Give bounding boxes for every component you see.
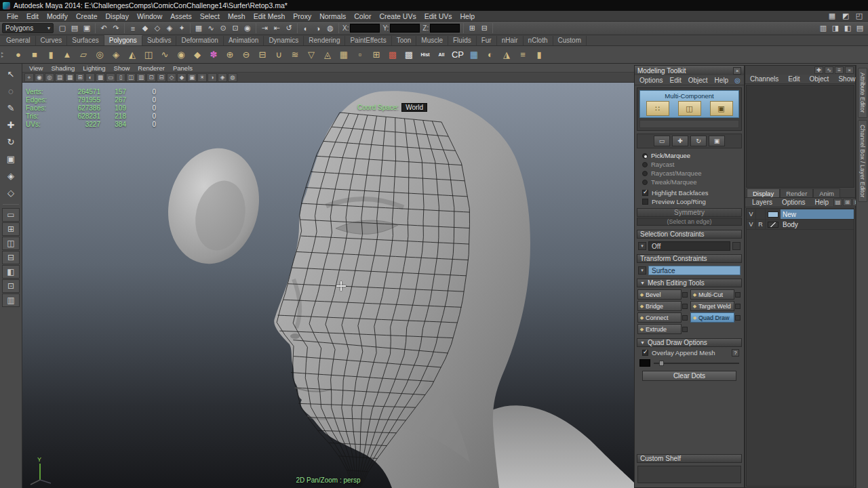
extract-icon[interactable]: ⊟: [255, 47, 270, 62]
shelf-tab-ncloth[interactable]: nCloth: [524, 36, 553, 45]
image-plane-icon[interactable]: ▦: [65, 73, 75, 82]
mirror-geometry-icon[interactable]: ◐: [483, 47, 498, 62]
menu-mesh[interactable]: Mesh: [224, 12, 250, 20]
selection-constraint-options-icon[interactable]: [732, 242, 741, 250]
output-connections-icon[interactable]: ⇤: [271, 22, 283, 34]
xray-icon[interactable]: ◈: [218, 73, 227, 82]
poly-barrel-icon[interactable]: ▮: [532, 47, 547, 62]
poly-sphere-icon[interactable]: ●: [11, 47, 26, 62]
toolkit-menu-options[interactable]: Options: [636, 77, 666, 84]
three-pane-top-split-layout-icon[interactable]: ⊡: [2, 279, 20, 293]
connect-button[interactable]: ◆Connect: [637, 312, 682, 323]
menu-display[interactable]: Display: [101, 12, 132, 20]
shelf-tab-deformation[interactable]: Deformation: [176, 36, 223, 45]
multi-cut-options-icon[interactable]: [735, 292, 741, 298]
select-camera-icon[interactable]: ⌖: [24, 73, 34, 82]
help-icon[interactable]: ?: [732, 349, 739, 357]
highlight-selection-icon[interactable]: ✦: [176, 22, 188, 34]
poly-cube-icon[interactable]: ■: [27, 47, 42, 62]
selection-mode-tweak-marquee[interactable]: Tweak/Marquee: [637, 178, 742, 186]
face-component-icon[interactable]: ▣: [710, 101, 733, 116]
selection-mode-raycast-marquee[interactable]: Raycast/Marquee: [637, 169, 742, 178]
shelf-tab-fluids[interactable]: Fluids: [448, 36, 477, 45]
layer-row-body[interactable]: VRBody: [747, 220, 854, 230]
cp-icon[interactable]: CP: [450, 47, 465, 62]
ipr-render-icon[interactable]: ◑: [312, 22, 324, 34]
menu-proxy[interactable]: Proxy: [289, 12, 315, 20]
option-overlay-append-mesh[interactable]: Overlay Append Mesh ?: [637, 348, 742, 357]
shelf-menu-icon[interactable]: ▸▸: [1, 52, 8, 58]
poly-helix-icon[interactable]: ∿: [157, 47, 172, 62]
symmetry-button[interactable]: Symmetry: [637, 208, 742, 217]
menu-assets[interactable]: Assets: [166, 12, 196, 20]
two-pane-stacked-layout-icon[interactable]: ⊟: [2, 251, 20, 264]
redo-icon[interactable]: ↷: [110, 22, 122, 34]
workspace-icon[interactable]: ◰: [853, 10, 865, 22]
all-icon[interactable]: All: [434, 47, 449, 62]
lock-selection-icon[interactable]: ◈: [163, 22, 176, 34]
section-quad-draw-options[interactable]: ▼ Quad Draw Options: [637, 338, 742, 347]
shelf-tab-surfaces[interactable]: Surfaces: [67, 36, 104, 45]
clear-dots-button[interactable]: Clear Dots: [642, 371, 736, 381]
platonic-solid-icon[interactable]: ◆: [190, 47, 205, 62]
viewport-menu-view[interactable]: View: [25, 64, 47, 72]
scale-mode-icon[interactable]: ▣: [709, 136, 725, 146]
poly-cone-icon[interactable]: ▲: [60, 47, 75, 62]
checker-map-icon[interactable]: ▩: [385, 47, 400, 62]
select-tool-icon[interactable]: ↖: [2, 66, 20, 83]
section-mesh-editing-tools[interactable]: ▼ Mesh Editing Tools: [637, 279, 742, 287]
shelf-tab-dynamics[interactable]: Dynamics: [264, 36, 304, 45]
single-pane-layout-icon[interactable]: ▭: [2, 208, 20, 222]
shelf-tab-polygons[interactable]: Polygons: [104, 35, 142, 45]
snap-point-icon[interactable]: ⊙: [217, 22, 229, 34]
poly-soccer-ball-icon[interactable]: ◉: [174, 47, 189, 62]
show-hotbox-icon[interactable]: ▦: [826, 10, 838, 22]
fill-hole-icon[interactable]: ▫: [353, 47, 368, 62]
snap-grid-icon[interactable]: ▦: [193, 22, 205, 34]
paint-select-tool-icon[interactable]: ✎: [2, 100, 20, 117]
select-object-icon[interactable]: ◆: [139, 22, 151, 34]
toolkit-menu-object[interactable]: Object: [685, 77, 711, 84]
power-toggle-icon[interactable]: ◎: [734, 77, 741, 84]
section-custom-shelf[interactable]: Custom Shelf: [637, 454, 742, 463]
layer-tab-anim[interactable]: Anim: [813, 188, 840, 197]
channel-list-area[interactable]: [746, 85, 854, 188]
overlay-color-swatch[interactable]: [639, 359, 650, 367]
layer-visibility-toggle[interactable]: V: [747, 220, 756, 229]
close-icon[interactable]: ×: [733, 67, 741, 75]
bridge-options-icon[interactable]: [682, 304, 688, 309]
absolute-transform-icon[interactable]: ⊞: [466, 22, 478, 34]
universal-manipulator-icon[interactable]: ◈: [2, 167, 20, 184]
layer-renderable-toggle[interactable]: [756, 209, 766, 219]
separate-icon[interactable]: ⊖: [239, 47, 254, 62]
bevel-button[interactable]: ◆Bevel: [637, 289, 682, 300]
menu-color[interactable]: Color: [350, 12, 375, 20]
option-highlight-backfaces[interactable]: Highlight Backfaces: [637, 188, 742, 197]
poly-pyramid-icon[interactable]: ◭: [125, 47, 140, 62]
open-scene-icon[interactable]: ▤: [68, 22, 81, 34]
wireframe-mode-icon[interactable]: ◇: [167, 73, 176, 82]
resolution-gate-icon[interactable]: ▯: [116, 73, 125, 82]
shelf-tab-animation[interactable]: Animation: [224, 36, 264, 45]
viewport-menu-lighting[interactable]: Lighting: [79, 64, 109, 72]
viewport-panel[interactable]: ViewShadingLightingShowRendererPanels ⌖◉…: [22, 64, 634, 488]
selection-constraint-expand-icon[interactable]: ▾: [638, 242, 646, 250]
channel-box-toggle-icon[interactable]: ▤: [854, 22, 866, 34]
make-live-icon[interactable]: ◉: [241, 22, 254, 34]
hist-icon[interactable]: Hist: [418, 47, 433, 62]
relative-transform-icon[interactable]: ⊟: [478, 22, 490, 34]
layer-tab-display[interactable]: Display: [747, 188, 780, 197]
menu-select[interactable]: Select: [196, 12, 224, 20]
channelbox-menu-object[interactable]: Object: [805, 75, 834, 83]
append-polygon-icon[interactable]: ⊞: [369, 47, 384, 62]
bridge-button[interactable]: ◆Bridge: [637, 301, 682, 311]
channel-stats-icon[interactable]: ≡: [835, 66, 844, 74]
viewport-menu-show[interactable]: Show: [110, 64, 134, 72]
menu-create[interactable]: Create: [72, 12, 102, 20]
uv-grid-icon[interactable]: ▦: [467, 47, 481, 62]
option-preview-loop-ring[interactable]: Preview Loop/Ring: [637, 197, 742, 206]
poly-pipe-icon[interactable]: ◫: [141, 47, 156, 62]
scale-tool-icon[interactable]: ▣: [2, 150, 20, 167]
sculpt-tool-icon[interactable]: ✽: [206, 47, 221, 62]
last-tool-icon[interactable]: ◇: [2, 184, 20, 201]
